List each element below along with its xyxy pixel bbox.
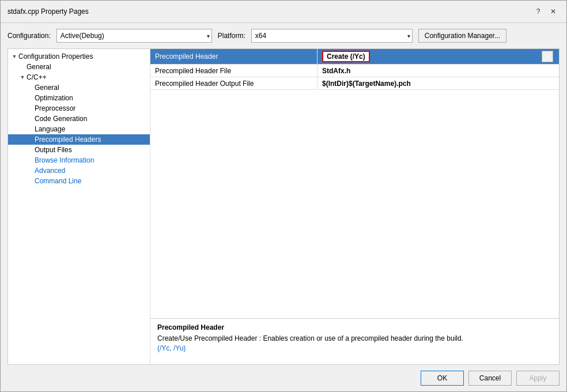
highlighted-value: Create (/Yc) (322, 51, 370, 62)
sidebar-item-browse-information[interactable]: Browse Information (8, 155, 150, 165)
help-button[interactable]: ? (532, 5, 545, 18)
sidebar-item-preprocessor[interactable]: Preprocessor (8, 103, 150, 114)
sidebar-item-cpp-general[interactable]: General (8, 82, 150, 93)
description-body: Create/Use Precompiled Header : Enables … (157, 334, 463, 342)
table-row[interactable]: Precompiled Header Output File $(IntDir)… (150, 77, 559, 90)
description-text: Create/Use Precompiled Header : Enables … (157, 334, 552, 353)
dropdown-arrow[interactable]: ▾ (542, 51, 553, 62)
prop-name-precompiled-header-output: Precompiled Header Output File (150, 77, 317, 89)
sidebar-item-label: Advanced (35, 167, 65, 175)
prop-value-precompiled-header-file: StdAfx.h (317, 65, 559, 77)
table-row[interactable]: Precompiled Header Create (/Yc) ▾ (150, 49, 559, 65)
prop-value-text: StdAfx.h (322, 67, 350, 75)
sidebar-item-label: Configuration Properties (18, 52, 93, 61)
toggle-icon (27, 167, 35, 175)
platform-select-wrapper: x64 (251, 29, 413, 43)
sidebar-item-advanced[interactable]: Advanced (8, 165, 150, 176)
sidebar-item-label: C/C++ (27, 73, 47, 81)
toggle-icon (27, 115, 35, 123)
sidebar-item-label: Command Line (35, 177, 81, 185)
sidebar: ▼ Configuration Properties General ▼ C/C… (8, 49, 150, 364)
description-panel: Precompiled Header Create/Use Precompile… (150, 318, 559, 364)
config-select-wrapper: Active(Debug) (56, 29, 212, 43)
sidebar-item-optimization[interactable]: Optimization (8, 93, 150, 103)
sidebar-item-precompiled-headers[interactable]: Precompiled Headers (8, 134, 150, 145)
prop-value-precompiled-header-output: $(IntDir)$(TargetName).pch (317, 77, 559, 89)
apply-button[interactable]: Apply (516, 371, 560, 386)
table-row[interactable]: Precompiled Header File StdAfx.h (150, 65, 559, 77)
sidebar-item-label: Browse Information (35, 156, 94, 164)
title-bar: stdafx.cpp Property Pages ? ✕ (1, 1, 566, 23)
sidebar-item-label: Language (35, 125, 65, 133)
sidebar-item-command-line[interactable]: Command Line (8, 176, 150, 186)
config-label: Configuration: (7, 32, 51, 40)
toggle-icon (27, 104, 35, 112)
toggle-icon (27, 125, 35, 133)
cancel-button[interactable]: Cancel (468, 371, 512, 386)
sidebar-item-config-properties[interactable]: ▼ Configuration Properties (8, 51, 150, 62)
bottom-bar: OK Cancel Apply (1, 365, 566, 391)
toggle-icon (27, 135, 35, 144)
window-title: stdafx.cpp Property Pages (7, 7, 89, 16)
sidebar-item-code-generation[interactable]: Code Generation (8, 114, 150, 124)
description-link[interactable]: (/Yc, /Yu) (157, 344, 186, 352)
toggle-icon: ▼ (18, 73, 27, 81)
sidebar-item-general[interactable]: General (8, 62, 150, 72)
ok-button[interactable]: OK (421, 371, 464, 386)
property-pages-dialog: stdafx.cpp Property Pages ? ✕ Configurat… (0, 0, 567, 392)
toggle-icon (27, 177, 35, 185)
toggle-icon: ▼ (10, 52, 18, 61)
close-button[interactable]: ✕ (547, 5, 560, 18)
sidebar-item-label: Output Files (35, 146, 72, 154)
sidebar-item-label: Precompiled Headers (35, 135, 101, 144)
platform-label: Platform: (218, 32, 245, 40)
description-title: Precompiled Header (157, 323, 552, 331)
title-bar-controls: ? ✕ (532, 5, 560, 18)
sidebar-item-cpp[interactable]: ▼ C/C++ (8, 72, 150, 82)
prop-value-text: $(IntDir)$(TargetName).pch (322, 80, 411, 88)
toggle-icon (27, 146, 35, 154)
config-manager-button[interactable]: Configuration Manager... (418, 29, 506, 43)
prop-name-precompiled-header: Precompiled Header (150, 49, 317, 64)
main-content: ▼ Configuration Properties General ▼ C/C… (7, 48, 560, 365)
content-area: Precompiled Header Create (/Yc) ▾ Precom… (150, 49, 559, 364)
toggle-icon (27, 84, 35, 92)
property-grid: Precompiled Header Create (/Yc) ▾ Precom… (150, 49, 559, 318)
sidebar-item-label: General (27, 63, 51, 71)
platform-select[interactable]: x64 (251, 29, 413, 43)
prop-value-precompiled-header: Create (/Yc) ▾ (317, 49, 559, 64)
toggle-icon (27, 94, 35, 102)
prop-name-precompiled-header-file: Precompiled Header File (150, 65, 317, 77)
sidebar-item-language[interactable]: Language (8, 124, 150, 134)
sidebar-item-output-files[interactable]: Output Files (8, 145, 150, 155)
sidebar-item-label: Preprocessor (35, 104, 75, 112)
config-select[interactable]: Active(Debug) (56, 29, 212, 43)
sidebar-item-label: Optimization (35, 94, 73, 102)
sidebar-item-label: Code Generation (35, 115, 87, 123)
toggle-icon (18, 63, 27, 71)
config-bar: Configuration: Active(Debug) Platform: x… (1, 23, 566, 48)
toggle-icon (27, 156, 35, 164)
sidebar-item-label: General (35, 84, 59, 92)
